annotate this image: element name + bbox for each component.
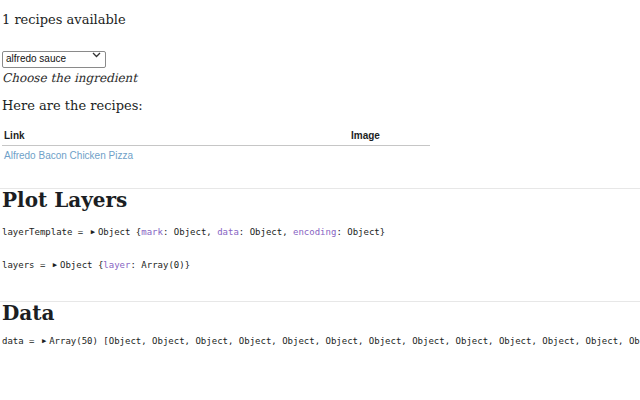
expand-arrow-icon[interactable]: ▶ (53, 261, 57, 270)
layer-template-output: layerTemplate = ▶Object {mark: Object, d… (2, 227, 640, 239)
layers-output: layers = ▶Object {layer: Array(0)} (2, 260, 640, 272)
code-lhs: data = (2, 336, 40, 346)
recipes-table: Link Image Alfredo Bacon Chicken Pizza (2, 128, 430, 164)
recipes-count-text: 1 recipes available (2, 12, 640, 28)
object-open: Object { (60, 260, 103, 270)
recipe-link[interactable]: Alfredo Bacon Chicken Pizza (4, 150, 133, 161)
data-array-output: data = ▶Array(50) [Object, Object, Objec… (2, 336, 640, 348)
ingredient-select[interactable]: alfredo sauce (2, 51, 106, 68)
recipe-link-cell: Alfredo Bacon Chicken Pizza (2, 146, 349, 165)
expand-arrow-icon[interactable]: ▶ (42, 337, 46, 346)
ingredient-select-wrap: alfredo sauce (2, 47, 106, 68)
code-lhs: layers = (2, 260, 51, 270)
object-key: data (217, 227, 239, 237)
object-value: : Object} (336, 227, 385, 237)
object-key: layer (103, 260, 130, 270)
table-row: Alfredo Bacon Chicken Pizza (2, 146, 430, 165)
object-open: Object { (98, 227, 141, 237)
array-body: Array(50) [Object, Object, Object, Objec… (49, 336, 640, 346)
table-header-image: Image (349, 128, 430, 146)
ingredient-select-caption: Choose the ingredient (2, 71, 640, 85)
data-heading: Data (2, 302, 640, 324)
table-header-row: Link Image (2, 128, 430, 146)
expand-arrow-icon[interactable]: ▶ (91, 228, 95, 237)
object-value: : Object, (163, 227, 217, 237)
object-value: : Array(0)} (130, 260, 190, 270)
object-key: mark (141, 227, 163, 237)
code-lhs: layerTemplate = (2, 227, 89, 237)
recipes-intro-text: Here are the recipes: (2, 98, 640, 114)
plot-layers-heading: Plot Layers (2, 189, 640, 211)
recipe-image-cell (349, 146, 430, 165)
object-value: : Object, (239, 227, 293, 237)
notebook-page: 1 recipes available alfredo sauce Choose… (0, 0, 640, 348)
table-header-link: Link (2, 128, 349, 146)
object-key: encoding (293, 227, 336, 237)
